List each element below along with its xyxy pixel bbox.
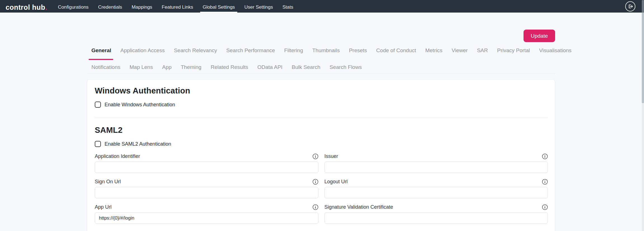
tab-metrics[interactable]: Metrics	[425, 47, 442, 54]
tab-sar[interactable]: SAR	[477, 47, 488, 54]
settings-tabs-primary: General Application Access Search Releva…	[87, 47, 555, 54]
tab-general[interactable]: General	[91, 47, 111, 54]
tab-code-of-conduct[interactable]: Code of Conduct	[376, 47, 416, 54]
settings-page: Update General Application Access Search…	[87, 13, 555, 231]
tab-odata-api[interactable]: OData API	[257, 64, 283, 70]
tab-filtering[interactable]: Filtering	[284, 47, 303, 54]
enable-windows-auth-option[interactable]: Enable Windows Authentication	[95, 102, 175, 108]
tab-search-relevancy[interactable]: Search Relevancy	[174, 47, 217, 54]
nav-mappings[interactable]: Mappings	[132, 4, 152, 13]
general-settings-card: Windows Authentication Enable Windows Au…	[87, 79, 555, 231]
issuer-input[interactable]	[325, 162, 548, 173]
app-url-field: App Url	[95, 204, 318, 224]
info-icon[interactable]	[542, 204, 548, 210]
nav-credentials[interactable]: Credentials	[98, 4, 122, 13]
tabs-divider	[87, 74, 555, 74]
logout-icon	[625, 1, 636, 12]
application-identifier-field: Application Identifier	[95, 153, 318, 173]
enable-windows-auth-label: Enable Windows Authentication	[105, 102, 175, 108]
tab-presets[interactable]: Presets	[349, 47, 367, 54]
app-logo-dot: .	[45, 3, 47, 11]
sign-on-url-input[interactable]	[95, 187, 318, 198]
signature-validation-certificate-field: Signature Validation Certificate	[325, 204, 548, 224]
info-icon[interactable]	[542, 179, 548, 185]
app-url-input[interactable]	[95, 212, 318, 224]
app-url-label: App Url	[95, 204, 112, 210]
tab-bulk-search[interactable]: Bulk Search	[292, 64, 320, 70]
info-icon[interactable]	[312, 204, 318, 210]
tab-viewer[interactable]: Viewer	[452, 47, 468, 54]
info-icon[interactable]	[542, 153, 548, 159]
checkbox-unchecked-icon[interactable]	[95, 102, 101, 108]
tab-related-results[interactable]: Related Results	[211, 64, 248, 70]
sign-on-url-field: Sign On Url	[95, 179, 318, 198]
sign-on-url-label: Sign On Url	[95, 179, 121, 185]
info-icon[interactable]	[312, 179, 318, 185]
issuer-field: Issuer	[325, 153, 548, 173]
logout-url-input[interactable]	[325, 187, 548, 198]
tab-search-flows[interactable]: Search Flows	[330, 64, 362, 70]
application-identifier-input[interactable]	[95, 162, 318, 173]
top-nav-bar: control hub. Configurations Credentials …	[0, 0, 644, 13]
nav-user-settings[interactable]: User Settings	[244, 4, 273, 13]
saml2-section-title: SAML2	[95, 126, 548, 135]
enable-saml2-option[interactable]: Enable SAML2 Authentication	[95, 141, 171, 147]
logout-url-label: Logout Url	[325, 179, 348, 185]
tab-search-performance[interactable]: Search Performance	[226, 47, 275, 54]
nav-featured-links[interactable]: Featured Links	[162, 4, 193, 13]
enable-saml2-label: Enable SAML2 Authentication	[105, 141, 171, 147]
issuer-label: Issuer	[325, 153, 338, 159]
tab-privacy-portal[interactable]: Privacy Portal	[497, 47, 530, 54]
nav-global-settings[interactable]: Global Settings	[203, 4, 235, 13]
tab-notifications[interactable]: Notifications	[91, 64, 120, 70]
tab-application-access[interactable]: Application Access	[120, 47, 165, 54]
logout-button[interactable]	[625, 1, 636, 12]
signature-validation-certificate-input[interactable]	[325, 212, 548, 224]
checkbox-unchecked-icon[interactable]	[95, 141, 101, 147]
section-divider	[95, 118, 548, 118]
settings-tabs-secondary: Notifications Map Lens App Theming Relat…	[87, 64, 555, 70]
windows-auth-section-title: Windows Authentication	[95, 86, 548, 95]
toolbar: Update	[87, 13, 555, 42]
signature-validation-certificate-label: Signature Validation Certificate	[325, 204, 393, 210]
update-button[interactable]: Update	[524, 30, 555, 42]
nav-configurations[interactable]: Configurations	[58, 4, 89, 13]
tab-app[interactable]: App	[162, 64, 172, 70]
tab-visualisations[interactable]: Visualisations	[539, 47, 572, 54]
info-icon[interactable]	[312, 153, 318, 159]
scrollbar-thumb[interactable]	[642, 0, 644, 103]
logout-url-field: Logout Url	[325, 179, 548, 198]
tab-map-lens[interactable]: Map Lens	[130, 64, 153, 70]
app-logo[interactable]: control hub.	[6, 3, 47, 13]
nav-stats[interactable]: Stats	[282, 4, 293, 13]
page-scrollbar	[642, 0, 644, 231]
application-identifier-label: Application Identifier	[95, 153, 140, 159]
tab-thumbnails[interactable]: Thumbnails	[312, 47, 340, 54]
primary-nav: Configurations Credentials Mappings Feat…	[58, 4, 293, 13]
saml2-form: Application Identifier Issuer	[95, 153, 548, 224]
tab-theming[interactable]: Theming	[181, 64, 202, 70]
app-logo-text: control hub	[6, 3, 45, 11]
